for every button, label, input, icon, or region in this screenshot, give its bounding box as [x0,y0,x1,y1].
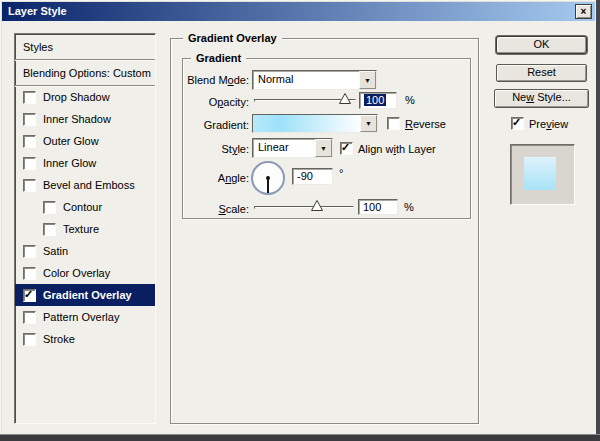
style-preview-box [510,144,575,205]
styles-list: Styles Blending Options: Custom Drop Sha… [14,33,156,424]
opacity-unit: % [405,94,415,106]
style-label: Style: [183,143,249,155]
blend-mode-label: Blend Mode: [183,74,249,86]
dialog-title: Layer Style [8,5,67,17]
dropdown-arrow-icon[interactable]: ▼ [360,115,377,132]
sidebar-item-texture[interactable]: Texture [15,218,155,240]
scale-unit: % [404,201,414,213]
angle-unit: ° [339,167,343,179]
check-icon: ✓ [24,288,35,301]
sidebar-item-blending-options[interactable]: Blending Options: Custom [15,60,155,86]
check-icon: ✓ [341,141,352,154]
reset-button[interactable]: Reset [496,64,587,82]
style-select[interactable]: Linear ▼ [252,138,333,158]
reverse-checkbox[interactable] [387,117,400,130]
scale-slider[interactable] [254,199,354,212]
ok-button[interactable]: OK [496,36,587,54]
check-icon: ✓ [512,116,523,129]
styles-list-header[interactable]: Styles [15,35,155,60]
layer-style-dialog: Layer Style × Styles Blending Options: C… [0,0,600,441]
contour-checkbox[interactable] [43,201,56,214]
gradient-swatch[interactable] [253,115,360,132]
sidebar-item-pattern-overlay[interactable]: Pattern Overlay [15,306,155,328]
window-edge-bottom [0,434,600,441]
gradient-picker[interactable]: ▼ [252,114,378,133]
sidebar-item-drop-shadow[interactable]: Drop Shadow [15,86,155,108]
satin-checkbox[interactable] [23,245,36,258]
blend-mode-select[interactable]: Normal ▼ [252,70,377,90]
angle-center-dot [266,176,270,180]
opacity-slider[interactable] [254,92,356,105]
style-preview-thumbnail [524,157,556,190]
angle-label: Angle: [183,172,249,184]
texture-checkbox[interactable] [43,223,56,236]
sidebar-item-color-overlay[interactable]: Color Overlay [15,262,155,284]
preview-label: Preview [529,118,568,130]
gradient-subgroup-title: Gradient [191,51,246,65]
slider-thumb[interactable] [339,93,351,104]
window-edge-right [596,0,600,441]
reverse-label: Reverse [405,118,446,130]
gradient-overlay-checkbox[interactable]: ✓ [23,289,36,302]
styles-header-label: Styles [23,41,53,53]
stroke-checkbox[interactable] [23,333,36,346]
angle-input[interactable]: -90 [292,168,333,185]
pattern-overlay-checkbox[interactable] [23,311,36,324]
gradient-overlay-group: Gradient Overlay Gradient Blend Mode: No… [170,38,479,424]
sidebar-item-bevel-and-emboss[interactable]: Bevel and Emboss [15,174,155,196]
blending-options-label: Blending Options: Custom [23,67,151,79]
bevel-emboss-checkbox[interactable] [23,179,36,192]
drop-shadow-checkbox[interactable] [23,91,36,104]
gradient-overlay-group-title: Gradient Overlay [183,31,282,45]
dropdown-arrow-icon[interactable]: ▼ [359,71,376,89]
angle-needle[interactable] [267,178,269,193]
scale-label: Scale: [183,203,249,215]
opacity-label: Opacity: [183,96,249,108]
scale-input[interactable]: 100 [358,199,398,215]
opacity-input[interactable]: 100 [359,92,397,109]
sidebar-item-gradient-overlay[interactable]: ✓ Gradient Overlay [15,284,155,306]
gradient-subgroup: Gradient Blend Mode: Normal ▼ Opacity: 1… [182,58,471,219]
scale-slider-track[interactable] [254,206,354,209]
align-with-layer-checkbox[interactable]: ✓ [340,142,353,155]
new-style-button[interactable]: New Style... [494,89,589,108]
blend-mode-value: Normal [253,71,359,89]
style-value: Linear [253,139,315,157]
dropdown-arrow-icon[interactable]: ▼ [315,139,332,157]
gradient-label: Gradient: [183,119,249,131]
sidebar-item-inner-shadow[interactable]: Inner Shadow [15,108,155,130]
close-icon[interactable]: × [575,4,592,19]
preview-checkbox[interactable]: ✓ [511,117,524,130]
sidebar-item-inner-glow[interactable]: Inner Glow [15,152,155,174]
inner-glow-checkbox[interactable] [23,157,36,170]
outer-glow-checkbox[interactable] [23,135,36,148]
inner-shadow-checkbox[interactable] [23,113,36,126]
sidebar-item-stroke[interactable]: Stroke [15,328,155,350]
angle-dial[interactable] [251,161,285,195]
align-with-layer-label: Align with Layer [358,143,436,155]
sidebar-item-outer-glow[interactable]: Outer Glow [15,130,155,152]
sidebar-item-contour[interactable]: Contour [15,196,155,218]
sidebar-item-satin[interactable]: Satin [15,240,155,262]
color-overlay-checkbox[interactable] [23,267,36,280]
slider-thumb[interactable] [311,200,323,211]
title-bar[interactable]: Layer Style × [2,2,595,21]
